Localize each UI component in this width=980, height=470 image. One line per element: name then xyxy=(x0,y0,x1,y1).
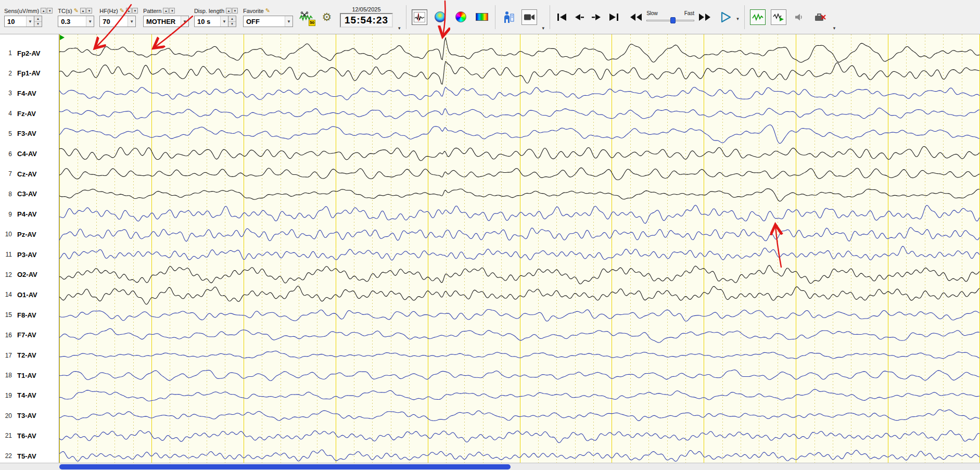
chevron-down-icon[interactable]: ▼ xyxy=(86,16,94,27)
channel-row[interactable]: 3F4-AV xyxy=(0,88,59,98)
step-back-button[interactable] xyxy=(572,11,586,23)
channel-label[interactable]: F4-AV xyxy=(14,90,36,97)
chevron-down-icon[interactable]: ▼ xyxy=(181,16,188,27)
channel-row[interactable]: 5F3-AV xyxy=(0,129,59,139)
channel-label[interactable]: C4-AV xyxy=(14,150,37,158)
channel-label[interactable]: Cz-AV xyxy=(14,170,36,178)
channel-row[interactable]: 21T6-AV xyxy=(0,430,59,441)
chevron-down-icon[interactable]: ▼ xyxy=(220,16,228,27)
spin-up-icon[interactable]: ▲ xyxy=(80,8,86,14)
spin-up-icon[interactable]: ▲ xyxy=(41,8,46,14)
spin-up-icon[interactable]: ▲ xyxy=(34,16,42,22)
channel-label[interactable]: Pz-AV xyxy=(14,231,36,238)
channel-row[interactable]: 10Pz-AV xyxy=(0,229,59,239)
channel-label[interactable]: P3-AV xyxy=(14,251,36,259)
trace-view-button[interactable] xyxy=(412,9,427,25)
spin-down-icon[interactable]: ▼ xyxy=(34,22,42,27)
channel-label[interactable]: P4-AV xyxy=(14,210,36,218)
toolbar-overflow-icon[interactable]: ▾ xyxy=(398,26,401,33)
channel-row[interactable]: 11P3-AV xyxy=(0,249,59,260)
gear-icon: ⚙ xyxy=(322,11,332,22)
channel-row[interactable]: 7Cz-AV xyxy=(0,169,59,179)
favorite-combobox[interactable]: OFF ▼ xyxy=(243,16,293,27)
disconnect-tools-button[interactable] xyxy=(812,9,828,25)
channel-row[interactable]: 12O2-AV xyxy=(0,270,59,280)
spin-down-icon[interactable]: ▼ xyxy=(232,8,238,14)
chevron-down-icon[interactable]: ▼ xyxy=(285,16,292,27)
channel-row[interactable]: 18T1-AV xyxy=(0,370,59,380)
channel-label[interactable]: T4-AV xyxy=(14,391,36,399)
sensitivity-combobox[interactable]: 10 ▼ xyxy=(4,16,34,27)
spin-down-icon[interactable]: ▼ xyxy=(169,8,175,14)
channel-row[interactable]: 16F7-AV xyxy=(0,330,59,340)
channel-label[interactable]: F8-AV xyxy=(14,311,36,319)
spin-up-icon[interactable]: ▲ xyxy=(163,8,169,14)
channel-label[interactable]: T1-AV xyxy=(14,372,36,379)
spin-up-icon[interactable]: ▲ xyxy=(228,16,236,22)
skip-to-start-button[interactable] xyxy=(555,11,569,23)
channel-row[interactable]: 1Fp2-AV xyxy=(0,48,59,58)
review-play-button[interactable] xyxy=(771,9,786,25)
channel-row[interactable]: 20T3-AV xyxy=(0,411,59,421)
channel-label[interactable]: T6-AV xyxy=(14,432,36,440)
video-button[interactable] xyxy=(521,9,537,25)
channel-row[interactable]: 4Fz-AV xyxy=(0,108,59,119)
chevron-down-icon[interactable]: ▼ xyxy=(26,16,34,27)
channel-label[interactable]: Fz-AV xyxy=(14,110,36,118)
channel-row[interactable]: 22T5-AV xyxy=(0,451,59,461)
pattern-combobox[interactable]: MOTHER ▼ xyxy=(143,16,189,27)
channel-label[interactable]: O2-AV xyxy=(14,271,37,278)
chevron-down-icon[interactable]: ▼ xyxy=(128,16,135,27)
channel-label[interactable]: F7-AV xyxy=(14,331,36,339)
fast-forward-button[interactable] xyxy=(698,11,711,23)
toolbar-overflow-icon[interactable]: ▾ xyxy=(736,16,739,23)
channel-label[interactable]: T2-AV xyxy=(14,351,36,359)
edit-pencil-icon[interactable]: ✎ xyxy=(74,8,79,14)
speed-slider-track[interactable] xyxy=(646,17,694,23)
step-forward-button[interactable] xyxy=(590,11,603,23)
spin-down-icon[interactable]: ▼ xyxy=(47,8,53,14)
rewind-button[interactable] xyxy=(629,11,643,23)
channel-label[interactable]: F3-AV xyxy=(14,130,36,137)
channel-label[interactable]: Fp2-AV xyxy=(14,49,41,57)
spin-down-icon[interactable]: ▼ xyxy=(132,8,138,14)
channel-row[interactable]: 15F8-AV xyxy=(0,310,59,320)
channel-row[interactable]: 6C4-AV xyxy=(0,149,59,159)
monitor-wave-button[interactable] xyxy=(750,9,766,25)
settings-button[interactable]: ⚙ xyxy=(319,9,335,25)
eeg-trace-canvas[interactable] xyxy=(59,34,980,463)
hum-filter-button[interactable]: 50 xyxy=(298,9,314,25)
edit-pencil-icon[interactable]: ✎ xyxy=(265,8,270,14)
toolbar-overflow-icon[interactable]: ▾ xyxy=(542,26,545,33)
time-constant-combobox[interactable]: 0.3 ▼ xyxy=(58,16,94,27)
spin-up-icon[interactable]: ▲ xyxy=(226,8,232,14)
spin-down-icon[interactable]: ▼ xyxy=(86,8,92,14)
channel-label[interactable]: C3-AV xyxy=(14,190,37,198)
toolbar-overflow-icon[interactable]: ▾ xyxy=(833,26,836,33)
spin-down-icon[interactable]: ▼ xyxy=(228,22,236,27)
spin-up-icon[interactable]: ▲ xyxy=(126,8,132,14)
head-topography-button[interactable] xyxy=(432,9,448,25)
spectrogram-button[interactable] xyxy=(474,9,490,25)
speed-slider-thumb[interactable] xyxy=(670,17,676,23)
channel-row[interactable]: 8C3-AV xyxy=(0,189,59,199)
play-button[interactable] xyxy=(719,11,733,23)
channel-row[interactable]: 14O1-AV xyxy=(0,289,59,300)
skip-to-end-button[interactable] xyxy=(607,11,620,23)
display-length-combobox[interactable]: 10 s ▼ xyxy=(194,16,228,27)
audio-button[interactable] xyxy=(792,9,807,25)
channel-label[interactable]: T5-AV xyxy=(14,452,36,460)
channel-label[interactable]: O1-AV xyxy=(14,291,37,299)
topo-3d-button[interactable] xyxy=(453,9,469,25)
channel-row[interactable]: 2Fp1-AV xyxy=(0,68,59,79)
channel-row[interactable]: 9P4-AV xyxy=(0,209,59,220)
channel-row[interactable]: 19T4-AV xyxy=(0,390,59,401)
scrollbar-thumb[interactable] xyxy=(59,464,511,469)
edit-pencil-icon[interactable]: ✎ xyxy=(120,8,124,14)
timeline-scrollbar[interactable] xyxy=(0,463,980,470)
channel-row[interactable]: 17T2-AV xyxy=(0,350,59,361)
high-freq-combobox[interactable]: 70 ▼ xyxy=(99,16,136,27)
channel-label[interactable]: T3-AV xyxy=(14,412,36,420)
channel-label[interactable]: Fp1-AV xyxy=(14,69,41,77)
patient-info-button[interactable] xyxy=(501,9,516,25)
